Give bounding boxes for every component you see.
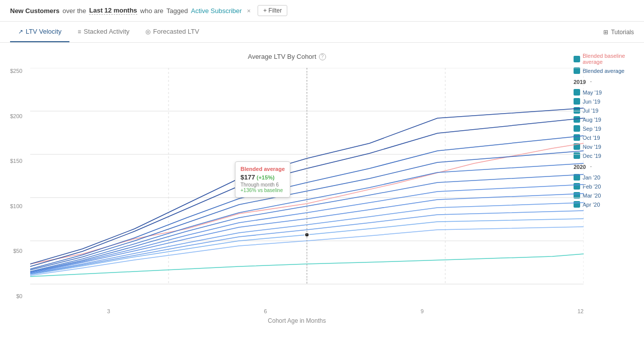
legend-label-jan20: Jan '20 (583, 174, 600, 180)
y-label-0: $0 (16, 293, 22, 299)
tabs-bar: ↗ LTV Velocity ≡ Stacked Activity ◎ Fore… (0, 22, 644, 43)
info-icon[interactable]: ? (319, 53, 326, 60)
legend-label-jul19: Jul '19 (583, 108, 598, 114)
x-label-9: 9 (421, 308, 424, 314)
new-customers-label: New Customers (10, 7, 59, 15)
x-axis: 3 6 9 12 (30, 308, 584, 314)
legend-label-feb20: Feb '20 (583, 184, 601, 190)
legend-label-blended-avg: Blended average (583, 68, 624, 74)
tab-stacked-activity[interactable]: ≡ Stacked Activity (69, 22, 137, 42)
legend-item-blended-baseline[interactable]: Blended baseline average (574, 53, 639, 65)
chart-title: Average LTV By Cohort ? (10, 53, 564, 60)
top-bar: New Customers over the Last 12 months wh… (0, 0, 644, 22)
chart-wrapper: $250 $200 $150 $100 $50 $0 (30, 68, 584, 314)
legend-label-apr20: Apr '20 (583, 202, 600, 208)
tab-stacked-activity-label: Stacked Activity (84, 28, 129, 35)
tagged-text: Tagged (167, 7, 188, 15)
chart-title-text: Average LTV By Cohort (248, 53, 316, 60)
over-the-text: over the (62, 7, 86, 15)
legend-2019-dash: - (590, 78, 592, 85)
tab-forecasted-ltv-label: Forecasted LTV (153, 28, 199, 35)
tutorials-label: Tutorials (611, 29, 634, 36)
legend: Blended baseline average Blended average… (574, 48, 644, 339)
tutorials-button[interactable]: ⊞ Tutorials (603, 29, 634, 36)
legend-label-sep19: Sep '19 (583, 126, 601, 132)
who-are-text: who are (140, 7, 164, 15)
time-period[interactable]: Last 12 months (89, 7, 137, 15)
legend-label-nov19: Nov '19 (583, 144, 601, 150)
y-label-50: $50 (13, 248, 22, 254)
y-label-150: $150 (10, 158, 22, 164)
chart-container: Average LTV By Cohort ? $250 $200 $150 $… (0, 48, 574, 339)
legend-label-may19: May '19 (583, 89, 602, 96)
legend-label-blended-baseline: Blended baseline average (583, 53, 639, 65)
legend-label-oct19: Oct '19 (583, 135, 600, 141)
legend-label-dec19: Dec '19 (583, 153, 601, 159)
ltv-velocity-icon: ↗ (18, 28, 23, 35)
x-label-12: 12 (578, 308, 584, 314)
tag-remove-icon[interactable]: × (247, 7, 251, 15)
y-axis: $250 $200 $150 $100 $50 $0 (10, 68, 25, 299)
tab-forecasted-ltv[interactable]: ◎ Forecasted LTV (137, 22, 207, 42)
x-label-6: 6 (264, 308, 267, 314)
x-label-3: 3 (107, 308, 110, 314)
tab-ltv-velocity-label: LTV Velocity (26, 28, 61, 35)
tutorials-icon: ⊞ (603, 29, 608, 36)
chart-svg (30, 68, 584, 299)
tabs-container: ↗ LTV Velocity ≡ Stacked Activity ◎ Fore… (10, 22, 207, 42)
filter-button[interactable]: + Filter (258, 5, 287, 16)
chart-area: Average LTV By Cohort ? $250 $200 $150 $… (0, 43, 644, 344)
y-label-100: $100 (10, 203, 22, 209)
y-label-250: $250 (10, 68, 22, 74)
legend-label-mar20: Mar '20 (583, 193, 601, 199)
legend-label-jun19: Jun '19 (583, 99, 600, 105)
stacked-activity-icon: ≡ (77, 28, 81, 35)
tag-value[interactable]: Active Subscriber (191, 7, 242, 15)
legend-label-aug19: Aug '19 (583, 117, 601, 123)
legend-2020-dash: - (590, 163, 592, 170)
x-axis-title: Cohort Age in Months (30, 317, 564, 324)
forecasted-ltv-icon: ◎ (145, 28, 150, 35)
tab-ltv-velocity[interactable]: ↗ LTV Velocity (10, 22, 69, 42)
y-label-200: $200 (10, 113, 22, 119)
legend-checkbox-blended-baseline[interactable] (574, 56, 580, 62)
